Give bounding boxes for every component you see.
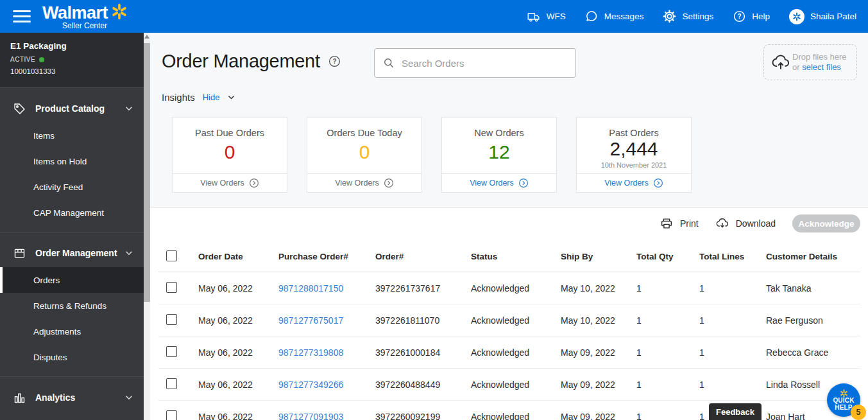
row-checkbox[interactable] [166, 378, 177, 389]
sidebar-item-adjustments[interactable]: Adjustments [0, 319, 144, 344]
cell-order-number: 3972260092199 [375, 412, 471, 420]
row-checkbox[interactable] [166, 282, 177, 293]
cloud-upload-icon [770, 52, 791, 73]
card-subtitle: 10th November 2021 [577, 161, 691, 169]
table-toolbar: Print Download Acknowledge [660, 214, 860, 232]
column-header-order-number: Order# [375, 252, 471, 261]
row-checkbox[interactable] [166, 410, 177, 420]
file-dropzone[interactable]: Drop files here or select files [763, 44, 857, 80]
walmart-spark-icon [111, 3, 128, 20]
cell-total-lines: 1 [699, 283, 766, 293]
sidebar-item-analytics[interactable]: Analytics [0, 383, 144, 412]
view-orders-link[interactable]: View Orders [307, 173, 421, 192]
dropzone-text-prefix: or [792, 62, 802, 72]
cell-total-qty: 1 [636, 412, 699, 420]
card-title: Past Due Orders [173, 128, 287, 138]
sidebar-item-order-management[interactable]: Order Management [0, 239, 144, 267]
chevron-down-icon[interactable] [227, 93, 235, 101]
select-files-link[interactable]: select files [802, 62, 841, 72]
nav-item-account[interactable]: Shaila Patel [789, 9, 856, 24]
quick-help-notification-badge[interactable]: 5 [851, 405, 866, 420]
topbar-nav: WFS Messages Settings ? Help [527, 9, 856, 24]
cell-ship-by: May 09, 2022 [561, 412, 636, 420]
sidebar-item-disputes[interactable]: Disputes [0, 344, 144, 370]
cell-total-lines: 1 [699, 347, 766, 358]
download-button[interactable]: Download [715, 216, 776, 231]
search-box [374, 48, 576, 78]
seller-info: E1 Packaging ACTIVE 10001031333 [0, 33, 144, 88]
row-checkbox[interactable] [166, 314, 177, 325]
walmart-logo[interactable]: Walmart Seller Center [42, 3, 128, 30]
view-orders-link[interactable]: View Orders [577, 173, 691, 192]
sidebar-item-returns-refunds[interactable]: Returns & Refunds [0, 293, 144, 319]
view-orders-label: View Orders [604, 179, 649, 188]
sidebar-section-label: Order Management [35, 248, 117, 258]
cell-status: Acknowledged [471, 412, 561, 420]
search-input[interactable] [402, 58, 568, 69]
cell-order-date: May 06, 2022 [198, 283, 278, 293]
printer-icon [660, 216, 674, 231]
nav-item-help[interactable]: ? Help [733, 10, 770, 23]
sidebar-section-label: Product Catalog [35, 103, 105, 114]
table-row: May 06, 2022 9871277349266 3972260488449… [158, 369, 860, 401]
quick-help-widget: QUICK HELP 5 [827, 383, 868, 420]
card-past-due-orders: Past Due Orders 0 View Orders [172, 117, 287, 193]
sidebar-item-label: Items on Hold [33, 157, 87, 166]
sidebar-item-items[interactable]: Items [0, 123, 144, 148]
card-value: 12 [442, 141, 556, 163]
column-header-status: Status [471, 252, 561, 261]
main-scrollbar[interactable] [144, 33, 150, 420]
dropzone-text: Drop files here [792, 52, 847, 62]
sidebar-item-items-on-hold[interactable]: Items on Hold [0, 148, 144, 174]
quick-help-label-line2: HELP [835, 405, 852, 412]
nav-label: WFS [547, 12, 566, 21]
purchase-order-link[interactable]: 9871277091903 [278, 412, 375, 420]
print-button[interactable]: Print [660, 216, 699, 231]
table-header-row: Order Date Purchase Order# Order# Status… [158, 241, 860, 272]
sidebar: E1 Packaging ACTIVE 10001031333 Product … [0, 33, 144, 420]
chat-bubble-icon [585, 10, 599, 23]
sidebar-item-product-catalog[interactable]: Product Catalog [0, 94, 144, 123]
select-all-checkbox[interactable] [166, 250, 177, 261]
scrollbar-up-arrow[interactable] [144, 35, 149, 39]
nav-label: Help [752, 12, 770, 21]
sidebar-item-cap-management[interactable]: CAP Management [0, 200, 144, 225]
nav-item-wfs[interactable]: WFS [527, 10, 566, 24]
quick-help-label-line1: QUICK [833, 398, 854, 405]
acknowledge-button[interactable]: Acknowledge [792, 214, 860, 232]
card-orders-due-today: Orders Due Today 0 View Orders [307, 117, 422, 193]
insights-hide-link[interactable]: Hide [203, 92, 220, 102]
cell-order-number: 3972261811070 [375, 315, 471, 326]
purchase-order-link[interactable]: 9871288017150 [278, 283, 375, 293]
insights-header: Insights Hide [162, 92, 235, 103]
seller-id: 10001031333 [10, 67, 133, 75]
bar-chart-icon [13, 391, 26, 405]
card-title: Past Orders [577, 128, 691, 138]
sidebar-item-label: Activity Feed [33, 182, 83, 192]
sidebar-item-activity-feed[interactable]: Activity Feed [0, 174, 144, 200]
view-orders-label: View Orders [335, 179, 379, 188]
scrollbar-thumb[interactable] [144, 43, 150, 302]
nav-item-messages[interactable]: Messages [585, 10, 644, 23]
purchase-order-link[interactable]: 9871277319808 [278, 347, 375, 358]
hamburger-menu-icon[interactable] [13, 10, 31, 22]
cell-status: Acknowledged [471, 315, 561, 326]
feedback-button[interactable]: Feedback [709, 403, 762, 420]
cell-total-lines: 1 [699, 315, 766, 326]
title-help-icon[interactable]: ? [328, 55, 341, 68]
table-row: May 06, 2022 9871288017150 3972261737617… [158, 272, 860, 304]
row-checkbox[interactable] [166, 346, 177, 357]
cell-ship-by: May 09, 2022 [561, 347, 636, 358]
main-content: Order Management ? Drop files here or se… [150, 33, 868, 420]
view-orders-link[interactable]: View Orders [173, 173, 287, 192]
purchase-order-link[interactable]: 9871277349266 [278, 380, 375, 390]
sidebar-item-orders[interactable]: Orders [0, 267, 144, 293]
cell-order-number: 3972260488449 [375, 380, 471, 390]
orders-table: Order Date Purchase Order# Order# Status… [158, 241, 860, 420]
purchase-order-link[interactable]: 9871277675017 [278, 315, 375, 326]
view-orders-link[interactable]: View Orders [442, 173, 556, 192]
sidebar-section-label: Analytics [35, 392, 75, 403]
nav-item-settings[interactable]: Settings [663, 10, 713, 23]
cell-ship-by: May 10, 2022 [561, 315, 636, 326]
cell-customer: Rebecca Grace [766, 347, 860, 358]
